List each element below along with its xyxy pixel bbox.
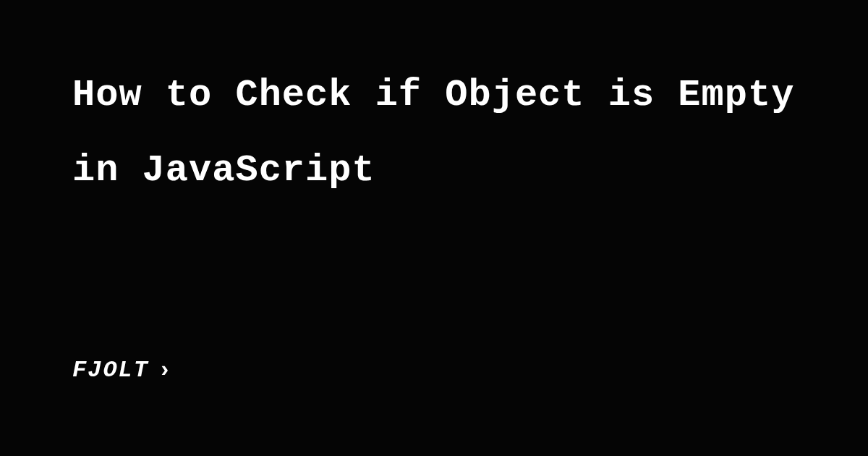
article-title: How to Check if Object is Empty in JavaS… (72, 58, 796, 208)
brand-container: FJOLT › (72, 357, 796, 384)
chevron-right-icon: › (158, 357, 171, 384)
brand-name: FJOLT (72, 357, 149, 384)
social-card-container: How to Check if Object is Empty in JavaS… (0, 0, 868, 456)
